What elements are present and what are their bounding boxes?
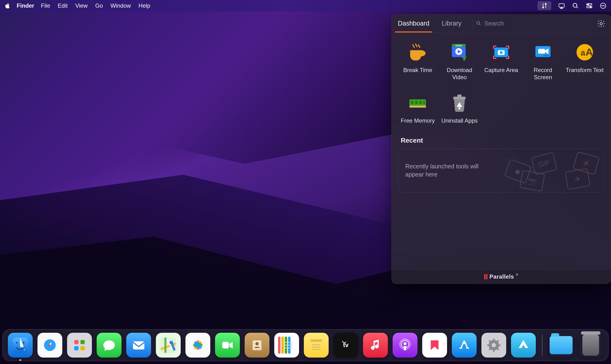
recent-heading: Recent	[401, 137, 605, 144]
screen-mirroring-icon[interactable]	[558, 2, 565, 9]
svg-rect-52	[222, 342, 229, 349]
dock-app-contacts[interactable]	[245, 333, 269, 358]
svg-point-38	[23, 342, 24, 343]
svg-rect-42	[80, 340, 85, 344]
dock-app-appstore[interactable]	[452, 333, 477, 358]
search-input[interactable]	[484, 20, 597, 27]
menu-go[interactable]: Go	[95, 2, 103, 9]
tool-label: Record Screen	[524, 66, 562, 81]
svg-point-65	[404, 342, 406, 345]
menu-file[interactable]: File	[41, 2, 50, 9]
dock: tv	[2, 329, 609, 361]
memory-chip-icon	[407, 92, 429, 114]
menu-view[interactable]: View	[75, 2, 88, 9]
svg-rect-32	[410, 106, 426, 108]
tool-uninstall-apps[interactable]: Uninstall Apps	[440, 90, 479, 126]
svg-point-10	[600, 22, 602, 25]
svg-point-1	[545, 3, 546, 4]
dock-app-tv[interactable]: tv	[333, 333, 358, 358]
transform-text-icon: aA	[574, 41, 596, 63]
trash-app-icon	[449, 92, 470, 114]
tab-library[interactable]: Library	[436, 14, 468, 32]
spotlight-search-icon[interactable]	[572, 2, 579, 9]
control-center-icon[interactable]	[586, 2, 593, 9]
tab-dashboard[interactable]: Dashboard	[392, 14, 436, 32]
dock-app-safari[interactable]	[38, 333, 62, 358]
settings-gear-icon[interactable]	[597, 19, 606, 28]
svg-line-75	[497, 348, 499, 350]
coffee-cup-icon	[407, 41, 429, 63]
dock-app-reminders[interactable]	[274, 333, 299, 358]
svg-point-22	[540, 55, 541, 56]
parallels-logo-icon	[484, 274, 487, 279]
svg-rect-31	[423, 101, 425, 104]
dock-app-mail[interactable]	[126, 333, 151, 358]
tool-label: Uninstall Apps	[441, 117, 478, 124]
dock-app-maps[interactable]	[156, 333, 181, 358]
svg-rect-19	[538, 49, 545, 54]
dock-app-facetime[interactable]	[215, 333, 240, 358]
svg-rect-34	[458, 95, 462, 98]
registered-mark: ®	[516, 273, 518, 276]
dock-app-messages[interactable]	[97, 333, 121, 358]
tool-capture-area[interactable]: Capture Area	[481, 39, 521, 83]
tool-label: Break Time	[403, 66, 432, 74]
svg-line-76	[489, 348, 491, 350]
folder-icon	[550, 336, 572, 354]
dock-separator	[542, 334, 543, 356]
tabs-divider	[472, 19, 472, 28]
svg-point-0	[543, 7, 544, 8]
svg-point-7	[590, 7, 591, 8]
dock-app-nordpass[interactable]	[511, 333, 536, 358]
menu-help[interactable]: Help	[138, 2, 150, 9]
svg-point-3	[573, 3, 577, 7]
svg-text:WWW: WWW	[455, 44, 462, 47]
dock-downloads-folder[interactable]	[549, 333, 573, 358]
svg-point-37	[16, 342, 18, 343]
tool-transform-text[interactable]: aA Transform Text	[565, 39, 605, 83]
dock-app-photos[interactable]	[186, 333, 210, 358]
recent-empty-message: Recently launched tools will appear here	[405, 162, 491, 179]
menu-edit[interactable]: Edit	[58, 2, 67, 9]
svg-rect-20	[537, 55, 549, 56]
tool-label: Download Video	[441, 66, 478, 81]
dock-app-notes[interactable]	[304, 333, 329, 358]
dock-app-launchpad[interactable]	[67, 333, 92, 358]
dock-app-finder[interactable]	[8, 333, 33, 358]
tool-grid: Break Time WWW Download Video Capture Ar…	[398, 39, 605, 126]
recent-ghost-icons: GIF ⚡ 📷 ✈ ◆	[499, 149, 599, 192]
dock-app-news[interactable]	[422, 333, 447, 358]
svg-rect-29	[415, 101, 418, 104]
capture-area-icon	[490, 41, 512, 63]
running-indicator	[20, 359, 21, 361]
menu-window[interactable]: Window	[110, 2, 131, 9]
svg-point-17	[500, 51, 503, 54]
dock-app-music[interactable]	[363, 333, 388, 358]
svg-rect-59	[310, 339, 322, 342]
tool-break-time[interactable]: Break Time	[398, 39, 438, 83]
tool-record-screen[interactable]: Record Screen	[523, 39, 563, 83]
download-video-icon: WWW	[449, 41, 470, 63]
dock-app-podcasts[interactable]	[393, 333, 417, 358]
active-app-name[interactable]: Finder	[17, 2, 34, 9]
svg-point-35	[458, 107, 461, 109]
svg-point-23	[542, 55, 543, 56]
tool-label: Transform Text	[566, 66, 604, 74]
svg-point-64	[342, 341, 343, 342]
svg-line-74	[489, 340, 491, 342]
panel-header: Dashboard Library	[392, 14, 611, 33]
apple-menu-icon[interactable]	[4, 2, 11, 9]
svg-rect-44	[80, 346, 85, 351]
tool-label: Free Memory	[401, 117, 435, 124]
tool-download-video[interactable]: WWW Download Video	[440, 39, 479, 83]
svg-point-9	[477, 21, 479, 24]
parallels-toolbox-menuextra-icon[interactable]	[537, 1, 551, 10]
tool-free-memory[interactable]: Free Memory	[398, 90, 438, 126]
svg-point-21	[538, 55, 538, 56]
dock-trash[interactable]	[578, 333, 603, 358]
siri-icon[interactable]	[599, 2, 607, 9]
svg-rect-45	[133, 341, 144, 350]
trash-icon	[582, 335, 599, 356]
dock-app-system-preferences[interactable]	[481, 333, 506, 358]
svg-rect-30	[419, 101, 422, 104]
